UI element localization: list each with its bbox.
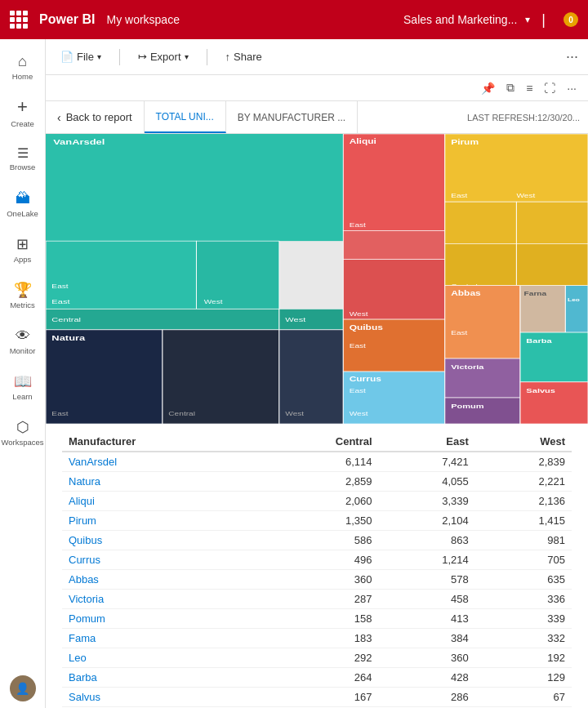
table-row: Leo292360192 bbox=[62, 648, 572, 668]
sidebar-item-metrics-label: Metrics bbox=[10, 301, 35, 309]
table-row: VanArsdel6,1147,4212,839 bbox=[62, 452, 572, 472]
cell-west: 67 bbox=[475, 688, 572, 707]
learn-icon: 📖 bbox=[14, 372, 32, 390]
svg-text:Leo: Leo bbox=[568, 297, 580, 302]
svg-text:Salvus: Salvus bbox=[526, 386, 555, 394]
sidebar-item-home-label: Home bbox=[12, 73, 33, 81]
avatar-initial: 👤 bbox=[16, 682, 29, 695]
apps-icon: ⊞ bbox=[16, 235, 29, 253]
svg-text:VanArsdel: VanArsdel bbox=[53, 138, 105, 146]
sidebar-item-onelake[interactable]: 🏔 OneLake bbox=[3, 183, 42, 225]
export-button[interactable]: ↦ Export ▾ bbox=[133, 47, 194, 66]
svg-text:East: East bbox=[350, 221, 367, 228]
workspace-label[interactable]: My workspace bbox=[106, 13, 179, 26]
sidebar-item-browse[interactable]: ☰ Browse bbox=[3, 137, 42, 180]
file-button[interactable]: 📄 File ▾ bbox=[56, 47, 106, 66]
sidebar-item-monitor[interactable]: 👁 Monitor bbox=[3, 320, 42, 363]
cell-west: 339 bbox=[475, 609, 572, 629]
table-row: Pirum1,3502,1041,415 bbox=[62, 511, 572, 531]
more-visual-icon[interactable]: ··· bbox=[564, 80, 580, 96]
app-grid-icon[interactable] bbox=[10, 11, 28, 29]
cell-manufacturer: Pirum bbox=[62, 511, 258, 531]
chevron-down-icon[interactable]: ▾ bbox=[525, 14, 530, 25]
treemap-visualization[interactable]: VanArsdel East Central West Natura East … bbox=[46, 134, 588, 424]
sidebar-item-workspaces-label: Workspaces bbox=[1, 439, 43, 447]
sidebar-item-create[interactable]: + Create bbox=[3, 91, 42, 134]
table-row: Pomum158413339 bbox=[62, 609, 572, 629]
col-west: West bbox=[475, 432, 572, 452]
svg-rect-21 bbox=[343, 230, 445, 259]
cell-manufacturer: VanArsdel bbox=[62, 452, 258, 472]
sidebar-item-metrics[interactable]: 🏆 Metrics bbox=[3, 274, 42, 317]
svg-text:Currus: Currus bbox=[350, 375, 382, 382]
table-header-row: Manufacturer Central East West bbox=[62, 432, 572, 452]
sidebar-item-apps-label: Apps bbox=[14, 256, 32, 264]
svg-text:West: West bbox=[350, 310, 369, 317]
table-row: Natura2,8594,0552,221 bbox=[62, 472, 572, 492]
expand-icon[interactable]: ⛶ bbox=[541, 80, 559, 96]
more-options-icon[interactable]: ··· bbox=[566, 48, 578, 65]
cell-west: 2,221 bbox=[475, 472, 572, 492]
metrics-icon: 🏆 bbox=[14, 281, 32, 299]
sidebar-item-workspaces[interactable]: ⬡ Workspaces bbox=[3, 412, 42, 454]
cell-west: 2,839 bbox=[475, 452, 572, 472]
cell-manufacturer: Abbas bbox=[62, 570, 258, 590]
svg-text:West: West bbox=[285, 411, 305, 417]
svg-text:East: East bbox=[350, 343, 367, 350]
cell-east: 863 bbox=[379, 531, 475, 550]
cell-east: 286 bbox=[379, 688, 475, 707]
copy-icon[interactable]: ⧉ bbox=[503, 79, 518, 96]
app-brand: Power BI bbox=[39, 12, 95, 27]
cell-central: 292 bbox=[258, 648, 379, 668]
cell-west: 332 bbox=[475, 629, 572, 648]
col-manufacturer: Manufacturer bbox=[62, 432, 258, 452]
svg-rect-48 bbox=[565, 285, 588, 332]
table-row: Aliqui2,0603,3392,136 bbox=[62, 492, 572, 511]
report-title[interactable]: Sales and Marketing... bbox=[403, 13, 517, 26]
tab-total-units[interactable]: TOTAL UNI... bbox=[145, 101, 226, 133]
cell-east: 2,104 bbox=[379, 511, 475, 531]
cell-manufacturer: Leo bbox=[62, 648, 258, 668]
svg-text:Pomum: Pomum bbox=[451, 403, 484, 410]
last-refresh-label: LAST REFRESH:12/30/20... bbox=[459, 113, 588, 122]
toolbar-separator bbox=[119, 49, 120, 65]
cell-west: 635 bbox=[475, 570, 572, 590]
share-button[interactable]: ↑ Share bbox=[220, 47, 267, 66]
pin-icon[interactable]: 📌 bbox=[478, 80, 498, 96]
sidebar-item-create-label: Create bbox=[11, 120, 34, 128]
cell-east: 458 bbox=[379, 590, 475, 609]
data-table-container: Manufacturer Central East West VanArsdel… bbox=[46, 424, 588, 708]
topbar: Power BI My workspace Sales and Marketin… bbox=[0, 0, 588, 39]
manufacturer-table: Manufacturer Central East West VanArsdel… bbox=[62, 432, 572, 708]
cell-manufacturer: Barba bbox=[62, 668, 258, 688]
cell-manufacturer: Salvus bbox=[62, 688, 258, 707]
cell-manufacturer: Currus bbox=[62, 550, 258, 570]
export-label: Export bbox=[150, 51, 181, 63]
filter-icon[interactable]: ≡ bbox=[523, 80, 536, 96]
svg-text:Victoria: Victoria bbox=[451, 363, 484, 371]
user-avatar[interactable]: 👤 bbox=[10, 675, 36, 701]
create-icon: + bbox=[17, 96, 28, 118]
cell-east: 4,055 bbox=[379, 472, 475, 492]
cell-east: 428 bbox=[379, 668, 475, 688]
table-row: Currus4961,214705 bbox=[62, 550, 572, 570]
tab-by-manufacturer[interactable]: BY MANUFACTURER ... bbox=[226, 101, 358, 133]
toolbar-separator-2 bbox=[207, 49, 207, 65]
svg-text:West: West bbox=[350, 411, 369, 417]
svg-text:East: East bbox=[51, 411, 69, 417]
back-to-report-button[interactable]: ‹ Back to report bbox=[46, 101, 145, 133]
svg-rect-14 bbox=[279, 330, 343, 424]
notification-badge[interactable]: 0 bbox=[564, 12, 578, 27]
share-icon: ↑ bbox=[225, 51, 231, 63]
back-to-report-label: Back to report bbox=[66, 111, 132, 123]
sidebar-item-home[interactable]: ⌂ Home bbox=[3, 46, 42, 88]
sidebar-item-learn[interactable]: 📖 Learn bbox=[3, 366, 42, 408]
sidebar-item-apps[interactable]: ⊞ Apps bbox=[3, 229, 42, 271]
svg-text:East: East bbox=[350, 387, 367, 394]
svg-text:Aliqui: Aliqui bbox=[350, 137, 376, 145]
svg-text:West: West bbox=[285, 316, 305, 323]
cell-west: 192 bbox=[475, 648, 572, 668]
sidebar-item-browse-label: Browse bbox=[10, 163, 36, 171]
cell-west: 336 bbox=[475, 590, 572, 609]
file-doc-icon: 📄 bbox=[60, 51, 74, 63]
